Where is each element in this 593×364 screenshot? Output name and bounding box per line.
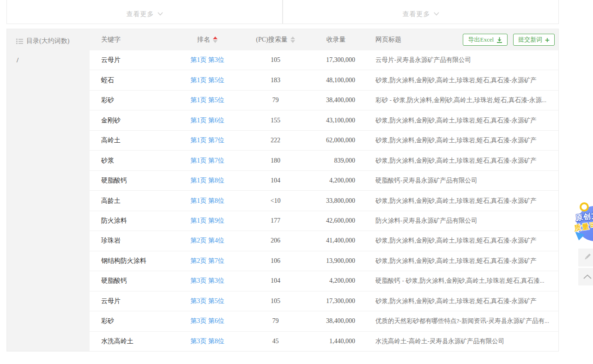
page-title-text: 硬脂酸钙 - 砂浆,防火涂料,金刚砂,高岭土,珍珠岩,蛭石,真石漆... — [375, 277, 545, 285]
keyword-cell: 云母片 — [90, 56, 180, 64]
rank-cell: 第1页 第8位 — [180, 176, 235, 185]
page-title-cell: 砂浆,防火涂料,金刚砂,高岭土,珍珠岩,蛭石,真石漆-永源矿产 — [356, 116, 558, 125]
back-to-top-fab[interactable] — [578, 268, 593, 285]
rank-link[interactable]: 第3页 第3位 — [190, 277, 224, 285]
pc-search-cell: 177 — [235, 217, 316, 224]
page-title-cell: 砂浆,防火涂料,金刚砂,高岭土,珍珠岩,蛭石,真石漆-永源矿产 — [356, 136, 558, 145]
page-title-cell: 砂浆,防火涂料,金刚砂,高岭土,珍珠岩,蛭石,真石漆-永源矿产 — [356, 76, 558, 85]
pc-search-cell: 104 — [235, 177, 316, 184]
index-count-cell: 48,100,000 — [316, 77, 356, 84]
view-more-bar: 查看更多 查看更多 — [6, 0, 559, 24]
view-more-left[interactable]: 查看更多 — [6, 0, 283, 24]
rank-link[interactable]: 第1页 第7位 — [190, 157, 224, 165]
page-title-cell: 砂浆,防火涂料,金刚砂,高岭土,珍珠岩,蛭石,真石漆-永源矿产 — [356, 197, 558, 205]
page-title-text: 水洗高岭土-高岭土-灵寿县永源矿产品有限公司 — [375, 337, 504, 346]
keyword-table: 关键字 排名 (PC)搜索量 收录量 网页标题 导出Excel — [90, 29, 558, 351]
sort-rank-icon[interactable] — [213, 36, 218, 43]
keyword-cell: 珍珠岩 — [90, 237, 180, 245]
table-row: 高龄土 第1页 第8位 <10 33,800,000 砂浆,防火涂料,金刚砂,高… — [90, 191, 558, 211]
view-more-right[interactable]: 查看更多 — [283, 0, 559, 24]
rank-link[interactable]: 第1页 第8位 — [190, 197, 224, 205]
rank-cell: 第3页 第8位 — [180, 337, 235, 346]
page-title-cell: 云母片-灵寿县永源矿产品有限公司 — [356, 56, 558, 64]
page-title-text: 砂浆,防火涂料,金刚砂,高岭土,珍珠岩,蛭石,真石漆-永源矿产 — [375, 297, 537, 305]
index-count-cell: 33,800,000 — [316, 197, 356, 205]
submit-new-words-button[interactable]: 提交新词 + — [513, 34, 555, 46]
table-row: 防火涂料 第1页 第9位 177 42,600,000 防火涂料-灵寿县永源矿产… — [90, 211, 558, 231]
page-title-text: 砂浆,防火涂料,金刚砂,高岭土,珍珠岩,蛭石,真石漆-永源矿产 — [375, 116, 537, 125]
rank-link[interactable]: 第2页 第4位 — [190, 237, 224, 245]
rank-cell: 第1页 第3位 — [180, 56, 235, 64]
rank-link[interactable]: 第1页 第8位 — [190, 176, 224, 185]
rank-link[interactable]: 第1页 第9位 — [190, 217, 224, 225]
rank-link[interactable]: 第1页 第5位 — [190, 76, 224, 85]
export-excel-label: 导出Excel — [468, 36, 494, 44]
rank-link[interactable]: 第2页 第7位 — [190, 257, 224, 265]
index-count-cell: 41,400,000 — [316, 237, 356, 244]
index-count-cell: 62,000,000 — [316, 137, 356, 144]
chevron-down-icon — [434, 9, 439, 18]
pc-search-cell: 206 — [235, 237, 316, 244]
submit-new-words-label: 提交新词 — [518, 36, 542, 44]
rank-cell: 第1页 第8位 — [180, 197, 235, 205]
pc-search-cell: 105 — [235, 297, 316, 305]
chevron-down-icon — [157, 9, 163, 18]
pc-search-cell: 155 — [235, 117, 316, 124]
chevron-up-icon — [583, 273, 592, 281]
directory-sidebar: 目录(大约词数) / — [7, 29, 90, 351]
pc-search-cell: 106 — [235, 257, 316, 265]
page-title-text: 砂浆,防火涂料,金刚砂,高岭土,珍珠岩,蛭石,真石漆-永源矿产 — [375, 136, 537, 145]
pc-search-cell: 104 — [235, 277, 316, 285]
index-count-cell: 38,400,000 — [316, 317, 356, 325]
table-row: 彩砂 第1页 第5位 79 38,400,000 彩砂 - 砂浆,防火涂料,金刚… — [90, 91, 558, 110]
view-more-label: 查看更多 — [127, 10, 154, 18]
page-title-text: 砂浆,防火涂料,金刚砂,高岭土,珍珠岩,蛭石,真石漆-永源矿产 — [375, 76, 537, 85]
promo-badge[interactable]: 原创文 质量可 — [575, 201, 593, 248]
pc-search-cell: <10 — [235, 197, 316, 205]
page-title-text: 硬脂酸钙-灵寿县永源矿产品有限公司 — [375, 176, 478, 185]
table-row: 钢结构防火涂料 第2页 第7位 106 13,900,000 砂浆,防火涂料,金… — [90, 251, 558, 271]
keyword-rank-panel: 目录(大约词数) / 关键字 排名 (PC)搜索量 收录量 网页标题 导出Exc… — [6, 29, 559, 352]
table-row: 水洗高岭土 第3页 第8位 45 1,440,000 水洗高岭土-高岭土-灵寿县… — [90, 332, 558, 351]
rank-link[interactable]: 第1页 第7位 — [190, 136, 224, 145]
index-count-cell: 13,900,000 — [316, 257, 356, 265]
table-row: 珍珠岩 第2页 第4位 206 41,400,000 砂浆,防火涂料,金刚砂,高… — [90, 231, 558, 251]
rank-cell: 第3页 第5位 — [180, 297, 235, 305]
rank-cell: 第1页 第7位 — [180, 136, 235, 145]
list-icon — [16, 38, 23, 44]
directory-item-root[interactable]: / — [7, 56, 90, 64]
keyword-cell: 硬脂酸钙 — [90, 277, 180, 285]
keyword-cell: 砂浆 — [90, 157, 180, 165]
sort-pc-search-icon[interactable] — [290, 36, 295, 43]
rank-link[interactable]: 第1页 第3位 — [190, 56, 224, 64]
directory-title: 目录(大约词数) — [26, 37, 69, 45]
rank-link[interactable]: 第1页 第5位 — [190, 96, 224, 104]
index-count-cell: 1,440,000 — [316, 338, 356, 345]
edit-fab[interactable] — [578, 249, 593, 267]
rank-header-label: 排名 — [197, 36, 210, 44]
rank-link[interactable]: 第3页 第5位 — [190, 297, 224, 305]
index-count-cell: 4,200,000 — [316, 177, 356, 184]
rank-link[interactable]: 第3页 第8位 — [190, 337, 224, 346]
page-title-text: 砂浆,防火涂料,金刚砂,高岭土,珍珠岩,蛭石,真石漆-永源矿产 — [375, 157, 537, 165]
table-row: 云母片 第1页 第3位 105 17,300,000 云母片-灵寿县永源矿产品有… — [90, 50, 558, 70]
table-row: 云母片 第3页 第5位 105 17,300,000 砂浆,防火涂料,金刚砂,高… — [90, 291, 558, 311]
page-title-text: 云母片-灵寿县永源矿产品有限公司 — [375, 56, 471, 64]
pencil-icon — [583, 253, 592, 263]
column-header-index-count: 收录量 — [316, 36, 356, 44]
rank-cell: 第1页 第6位 — [180, 116, 235, 125]
rank-link[interactable]: 第1页 第6位 — [190, 116, 224, 125]
table-row: 金刚砂 第1页 第6位 155 43,100,000 砂浆,防火涂料,金刚砂,高… — [90, 110, 558, 130]
rank-cell: 第3页 第6位 — [180, 317, 235, 325]
index-count-cell: 38,400,000 — [316, 97, 356, 104]
page-title-cell: 水洗高岭土-高岭土-灵寿县永源矿产品有限公司 — [356, 337, 558, 346]
pc-search-cell: 79 — [235, 97, 316, 104]
page-title-cell: 砂浆,防火涂料,金刚砂,高岭土,珍珠岩,蛭石,真石漆-永源矿产 — [356, 157, 558, 165]
page-title-text: 砂浆,防火涂料,金刚砂,高岭土,珍珠岩,蛭石,真石漆-永源矿产 — [375, 257, 537, 265]
keyword-cell: 彩砂 — [90, 317, 180, 325]
table-row: 砂浆 第1页 第7位 180 839,000 砂浆,防火涂料,金刚砂,高岭土,珍… — [90, 151, 558, 170]
keyword-cell: 彩砂 — [90, 96, 180, 104]
header-buttons: 导出Excel 提交新词 + — [457, 34, 555, 46]
rank-link[interactable]: 第3页 第6位 — [190, 317, 224, 325]
export-excel-button[interactable]: 导出Excel — [463, 34, 508, 46]
